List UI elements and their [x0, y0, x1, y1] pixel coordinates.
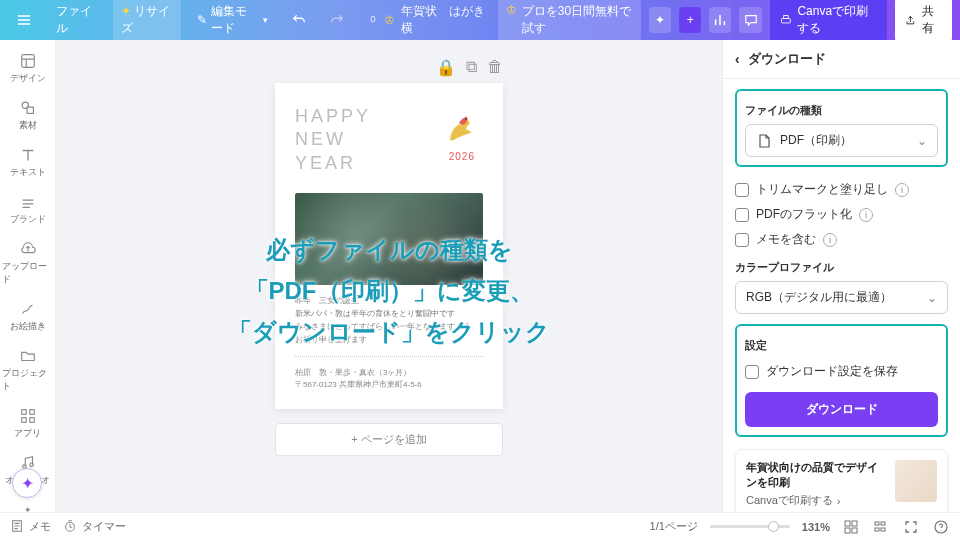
comment-button[interactable]	[739, 7, 761, 33]
memo-button[interactable]: メモ	[10, 519, 51, 534]
bottom-bar: メモ タイマー 1/1ページ 131%	[0, 512, 960, 540]
download-button[interactable]: ダウンロード	[745, 392, 938, 427]
svg-rect-0	[781, 19, 790, 23]
print-button[interactable]: Canvaで印刷する	[770, 0, 888, 42]
pdf-icon	[756, 133, 772, 149]
svg-rect-5	[21, 410, 26, 415]
template-icon	[19, 52, 37, 70]
trash-icon[interactable]: 🗑	[487, 58, 503, 77]
duplicate-icon[interactable]: ⧉	[466, 58, 477, 77]
add-page-button[interactable]: + ページを追加	[275, 423, 503, 456]
lock-icon[interactable]: 🔒	[436, 58, 456, 77]
file-menu[interactable]: ファイル	[48, 0, 105, 41]
brand-icon	[19, 193, 37, 211]
divider	[295, 356, 483, 357]
chevron-right-icon: ›	[837, 495, 841, 507]
filetype-label: ファイルの種類	[745, 103, 938, 118]
postcard-body: 昨年 三女の誕生 新米パパ・敦は半年の育休をとり奮闘中です みなさまにとってすば…	[295, 295, 483, 346]
apps-icon	[19, 407, 37, 425]
download-highlight: 設定 ダウンロード設定を保存 ダウンロード	[735, 324, 948, 437]
promo-thumbnail	[895, 460, 937, 502]
postcard-canvas[interactable]: HAPPY NEW YEAR 2026 昨年 三女の誕生 新米パパ・敦は半年の育…	[275, 83, 503, 409]
svg-rect-7	[21, 418, 26, 423]
zoom-slider[interactable]	[710, 525, 790, 528]
svg-rect-20	[881, 522, 885, 525]
draw-icon	[19, 300, 37, 318]
menu-button[interactable]	[8, 8, 40, 32]
svg-rect-14	[845, 521, 850, 526]
svg-rect-16	[845, 528, 850, 533]
sidebar-item-upload[interactable]: アップロード	[2, 234, 54, 292]
svg-rect-1	[783, 16, 787, 19]
magic-button[interactable]: ✦	[649, 7, 671, 33]
svg-rect-6	[29, 410, 34, 415]
promo-title: 年賀状向けの品質でデザインを印刷	[746, 460, 885, 490]
magic-fab[interactable]: ✦	[12, 468, 42, 498]
sidebar-item-elements[interactable]: 素材	[2, 93, 54, 138]
folder-icon	[19, 347, 37, 365]
upload-icon	[19, 240, 37, 258]
shapes-icon	[19, 99, 37, 117]
back-icon[interactable]: ‹	[735, 51, 740, 67]
svg-point-11	[465, 118, 467, 120]
svg-rect-19	[875, 528, 879, 531]
resize-button[interactable]: ✦ リサイズ	[113, 0, 181, 41]
filetype-highlight: ファイルの種類 PDF（印刷） ⌄	[735, 89, 948, 167]
left-sidebar: デザイン 素材 テキスト ブランド アップロード お絵描き プロジェクト アプリ…	[0, 40, 56, 512]
horse-icon	[437, 105, 481, 149]
download-panel: ‹ ダウンロード ファイルの種類 PDF（印刷） ⌄ トリムマークと塗り足しi …	[722, 40, 960, 512]
svg-rect-21	[881, 528, 885, 531]
sidebar-item-brand[interactable]: ブランド	[2, 187, 54, 232]
option-trim[interactable]: トリムマークと塗り足しi	[735, 177, 948, 202]
add-button[interactable]: +	[679, 7, 701, 33]
grid-view-icon[interactable]	[842, 518, 860, 536]
svg-rect-2	[21, 55, 34, 68]
sidebar-item-draw[interactable]: お絵描き	[2, 294, 54, 339]
filetype-dropdown[interactable]: PDF（印刷） ⌄	[745, 124, 938, 157]
chevron-down-icon: ⌄	[927, 291, 937, 305]
svg-rect-18	[875, 522, 879, 525]
panel-title: ダウンロード	[748, 50, 826, 68]
zoom-value: 131%	[802, 521, 830, 533]
option-save-settings[interactable]: ダウンロード設定を保存	[745, 359, 938, 384]
print-promo-card[interactable]: 年賀状向けの品質でデザインを印刷 Canvaで印刷する›	[735, 449, 948, 512]
sidebar-item-text[interactable]: テキスト	[2, 140, 54, 185]
colorprofile-dropdown[interactable]: RGB（デジタル用に最適） ⌄	[735, 281, 948, 314]
document-name[interactable]: ♔年賀状 はがき 横	[368, 3, 490, 37]
canvas-page-tools: 🔒 ⧉ 🗑	[275, 58, 503, 77]
sidebar-item-apps[interactable]: アプリ	[2, 401, 54, 446]
text-icon	[19, 146, 37, 164]
colorprofile-label: カラープロファイル	[735, 260, 948, 275]
option-notes[interactable]: メモを含むi	[735, 227, 948, 252]
redo-button[interactable]	[322, 9, 352, 31]
svg-rect-17	[852, 528, 857, 533]
chevron-down-icon: ⌄	[917, 134, 927, 148]
page-indicator: 1/1ページ	[650, 519, 698, 534]
svg-rect-8	[29, 418, 34, 423]
thumbnail-view-icon[interactable]	[872, 518, 890, 536]
undo-button[interactable]	[284, 9, 314, 31]
postcard-year: 2026	[449, 151, 475, 162]
info-icon[interactable]: i	[859, 208, 873, 222]
promo-link[interactable]: Canvaで印刷する›	[746, 493, 885, 508]
settings-label: 設定	[745, 338, 938, 353]
sidebar-item-design[interactable]: デザイン	[2, 46, 54, 91]
postcard-photo	[295, 193, 483, 285]
help-icon[interactable]	[932, 518, 950, 536]
timer-button[interactable]: タイマー	[63, 519, 126, 534]
analytics-button[interactable]	[709, 7, 731, 33]
svg-rect-4	[27, 107, 33, 113]
fullscreen-icon[interactable]	[902, 518, 920, 536]
trial-button[interactable]: ♔プロを30日間無料で試す	[498, 0, 641, 41]
svg-rect-15	[852, 521, 857, 526]
postcard-signature: 柏原 敦・果歩・真衣（3ヶ月） 〒567-0123 兵庫県神戸市東町4-5-6	[295, 367, 483, 391]
info-icon[interactable]: i	[823, 233, 837, 247]
info-icon[interactable]: i	[895, 183, 909, 197]
option-flatten[interactable]: PDFのフラット化i	[735, 202, 948, 227]
top-toolbar: ファイル ✦ リサイズ ✎ 編集モード ▾ ♔年賀状 はがき 横 ♔プロを30日…	[0, 0, 960, 40]
share-button[interactable]: 共有	[895, 0, 952, 42]
sidebar-item-projects[interactable]: プロジェクト	[2, 341, 54, 399]
edit-mode-button[interactable]: ✎ 編集モード ▾	[189, 0, 276, 41]
canvas-area: 🔒 ⧉ 🗑 HAPPY NEW YEAR 2026 昨年 三女の誕生 新米パパ・…	[56, 40, 722, 512]
svg-point-10	[29, 463, 33, 467]
